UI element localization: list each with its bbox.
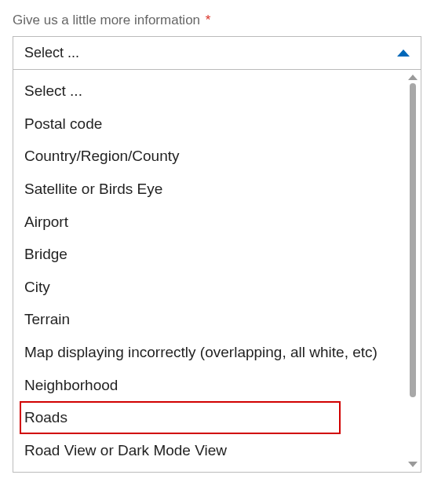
scroll-up-icon[interactable] [408, 75, 418, 80]
dropdown-option[interactable]: Road View or Dark Mode View [21, 434, 411, 467]
dropdown-panel: Select ...Postal codeCountry/Region/Coun… [13, 70, 421, 473]
dropdown-option[interactable]: Map displaying incorrectly (overlapping,… [21, 336, 411, 369]
dropdown-option[interactable]: City [21, 271, 411, 304]
scrollbar-thumb[interactable] [410, 83, 416, 397]
scroll-down-icon[interactable] [408, 462, 418, 467]
dropdown-option[interactable]: Postal code [21, 108, 411, 141]
dropdown-option[interactable]: Neighborhood [21, 369, 411, 402]
select-box[interactable]: Select ... [13, 36, 421, 70]
dropdown-option[interactable]: Satellite or Birds Eye [21, 173, 411, 206]
select-wrapper: Select ... Select ...Postal codeCountry/… [13, 36, 421, 473]
dropdown-option[interactable]: Select ... [21, 75, 411, 108]
dropdown-option[interactable]: Bridge [21, 238, 411, 271]
field-label-text: Give us a little more information [13, 13, 200, 27]
dropdown-option[interactable]: Country/Region/County [21, 140, 411, 173]
dropdown-option[interactable]: Terrain [21, 303, 411, 336]
field-label: Give us a little more information * [13, 13, 421, 28]
dropdown-option[interactable]: Airport [21, 206, 411, 239]
required-asterisk: * [206, 13, 211, 27]
chevron-up-icon [397, 49, 410, 57]
select-value: Select ... [24, 45, 79, 61]
dropdown-option[interactable]: Roads [20, 401, 341, 434]
options-list: Select ...Postal codeCountry/Region/Coun… [13, 71, 416, 470]
scrollbar[interactable] [407, 73, 419, 469]
